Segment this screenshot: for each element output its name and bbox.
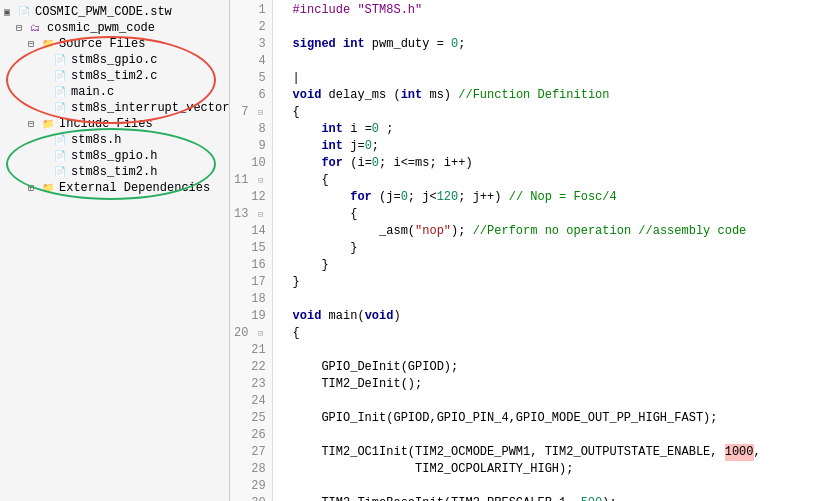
line-num-17: 17: [230, 274, 272, 291]
file-stm8s-gpio-h[interactable]: 📄 stm8s_gpio.h: [0, 148, 229, 164]
filename: stm8s_interrupt_vectors.c: [71, 101, 230, 115]
line-num-4: 4: [230, 53, 272, 70]
code-line-25: GPIO_Init(GPIOD,GPIO_PIN_4,GPIO_MODE_OUT…: [281, 410, 824, 427]
c-file-icon: 📄: [54, 102, 68, 114]
code-content[interactable]: #include "STM8S.h" signed int pwm_duty =…: [273, 0, 824, 501]
code-line-29: [281, 478, 824, 495]
line-num-14: 14: [230, 223, 272, 240]
file-stm8s-gpio-c[interactable]: 📄 stm8s_gpio.c: [0, 52, 229, 68]
code-line-27: TIM2_OC1Init(TIM2_OCMODE_PWM1, TIM2_OUTP…: [281, 444, 824, 461]
line-num-28: 28: [230, 461, 272, 478]
line-num-21: 21: [230, 342, 272, 359]
h-file-icon: 📄: [54, 166, 68, 178]
external-deps-label: External Dependencies: [59, 181, 210, 195]
line-num-1: 1: [230, 2, 272, 19]
project-name-label: cosmic_pwm_code: [47, 21, 155, 35]
code-line-10: for (i=0; i<=ms; i++): [281, 155, 824, 172]
code-area: 1 2 3 4 5 6 7 ⊟ 8 9 10 11 ⊟ 12 13 ⊟ 14 1…: [230, 0, 824, 501]
code-line-24: [281, 393, 824, 410]
line-num-8: 8: [230, 121, 272, 138]
line-num-23: 23: [230, 376, 272, 393]
file-main-c[interactable]: 📄 main.c: [0, 84, 229, 100]
line-num-26: 26: [230, 427, 272, 444]
file-stm8s-interrupt-vectors-c[interactable]: 📄 stm8s_interrupt_vectors.c: [0, 100, 229, 116]
code-line-6: void delay_ms (int ms) //Function Defini…: [281, 87, 824, 104]
code-line-14: _asm("nop"); //Perform no operation //as…: [281, 223, 824, 240]
code-line-18: [281, 291, 824, 308]
line-num-30: 30: [230, 495, 272, 501]
stw-icon: 📄: [18, 6, 32, 18]
line-num-12: 12: [230, 189, 272, 206]
file-stm8s-tim2-h[interactable]: 📄 stm8s_tim2.h: [0, 164, 229, 180]
line-num-29: 29: [230, 478, 272, 495]
line-num-15: 15: [230, 240, 272, 257]
filename: stm8s_gpio.h: [71, 149, 157, 163]
external-dependencies[interactable]: ⊞ 📁 External Dependencies: [0, 180, 229, 196]
line-num-7: 7 ⊟: [230, 104, 272, 121]
code-line-26: [281, 427, 824, 444]
code-line-21: [281, 342, 824, 359]
code-line-1: #include "STM8S.h": [281, 2, 824, 19]
code-line-9: int j=0;: [281, 138, 824, 155]
line-num-27: 27: [230, 444, 272, 461]
filename: main.c: [71, 85, 114, 99]
line-num-19: 19: [230, 308, 272, 325]
code-line-12: for (j=0; j<120; j++) // Nop = Fosc/4: [281, 189, 824, 206]
line-num-16: 16: [230, 257, 272, 274]
include-expand-icon: ⊟: [28, 118, 40, 130]
code-line-30: TIM2_TimeBaseInit(TIM2_PRESCALER_1, 500)…: [281, 495, 824, 501]
line-num-18: 18: [230, 291, 272, 308]
code-line-11: {: [281, 172, 824, 189]
line-num-3: 3: [230, 36, 272, 53]
code-line-2: [281, 19, 824, 36]
line-num-9: 9: [230, 138, 272, 155]
code-line-15: }: [281, 240, 824, 257]
code-line-16: }: [281, 257, 824, 274]
project-expand-icon: ⊟: [16, 22, 28, 34]
expand-icon: ▣: [4, 6, 16, 18]
source-expand-icon: ⊟: [28, 38, 40, 50]
line-num-13: 13 ⊟: [230, 206, 272, 223]
line-num-11: 11 ⊟: [230, 172, 272, 189]
code-line-20: {: [281, 325, 824, 342]
code-line-7: {: [281, 104, 824, 121]
filename: stm8s_gpio.c: [71, 53, 157, 67]
line-numbers: 1 2 3 4 5 6 7 ⊟ 8 9 10 11 ⊟ 12 13 ⊟ 14 1…: [230, 0, 273, 501]
code-editor-panel: 1 2 3 4 5 6 7 ⊟ 8 9 10 11 ⊟ 12 13 ⊟ 14 1…: [230, 0, 824, 501]
file-tree-panel: ▣ 📄 COSMIC_PWM_CODE.stw ⊟ 🗂 cosmic_pwm_c…: [0, 0, 230, 501]
code-line-13: {: [281, 206, 824, 223]
project-file[interactable]: ▣ 📄 COSMIC_PWM_CODE.stw: [0, 4, 229, 20]
code-line-5: |: [281, 70, 824, 87]
code-line-4: [281, 53, 824, 70]
line-num-20: 20 ⊟: [230, 325, 272, 342]
code-line-19: void main(void): [281, 308, 824, 325]
filename: stm8s_tim2.h: [71, 165, 157, 179]
code-line-3: signed int pwm_duty = 0;: [281, 36, 824, 53]
h-file-icon: 📄: [54, 134, 68, 146]
code-line-28: TIM2_OCPOLARITY_HIGH);: [281, 461, 824, 478]
file-stm8s-tim2-c[interactable]: 📄 stm8s_tim2.c: [0, 68, 229, 84]
folder-icon: 📁: [42, 118, 56, 130]
include-files-folder[interactable]: ⊟ 📁 Include Files: [0, 116, 229, 132]
h-file-icon: 📄: [54, 150, 68, 162]
ext-icon: 📁: [42, 182, 56, 194]
code-line-22: GPIO_DeInit(GPIOD);: [281, 359, 824, 376]
line-num-22: 22: [230, 359, 272, 376]
code-line-23: TIM2_DeInit();: [281, 376, 824, 393]
line-num-2: 2: [230, 19, 272, 36]
ext-expand-icon: ⊞: [28, 182, 40, 194]
proj-icon: 🗂: [30, 22, 44, 34]
filename: stm8s.h: [71, 133, 121, 147]
line-num-6: 6: [230, 87, 272, 104]
line-num-25: 25: [230, 410, 272, 427]
include-files-label: Include Files: [59, 117, 153, 131]
code-line-8: int i =0 ;: [281, 121, 824, 138]
source-files-folder[interactable]: ⊟ 📁 Source Files: [0, 36, 229, 52]
file-stm8s-h[interactable]: 📄 stm8s.h: [0, 132, 229, 148]
source-files-label: Source Files: [59, 37, 145, 51]
project-node[interactable]: ⊟ 🗂 cosmic_pwm_code: [0, 20, 229, 36]
project-file-label: COSMIC_PWM_CODE.stw: [35, 5, 172, 19]
c-file-icon: 📄: [54, 86, 68, 98]
line-num-5: 5: [230, 70, 272, 87]
c-file-icon: 📄: [54, 54, 68, 66]
